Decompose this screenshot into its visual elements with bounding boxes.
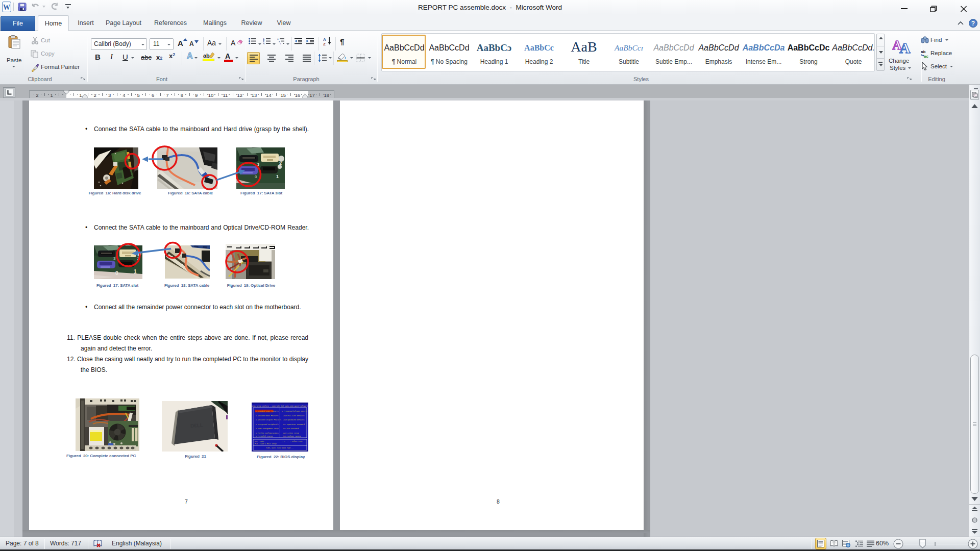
svg-text:3: 3 bbox=[263, 42, 264, 45]
svg-text:A: A bbox=[899, 39, 911, 54]
svg-text:ab: ab bbox=[921, 49, 925, 54]
svg-text:i: i bbox=[280, 42, 281, 45]
svg-text:ac: ac bbox=[924, 54, 928, 58]
svg-text:Z: Z bbox=[323, 42, 326, 46]
svg-text:?: ? bbox=[971, 20, 975, 27]
svg-text:W: W bbox=[3, 4, 10, 11]
